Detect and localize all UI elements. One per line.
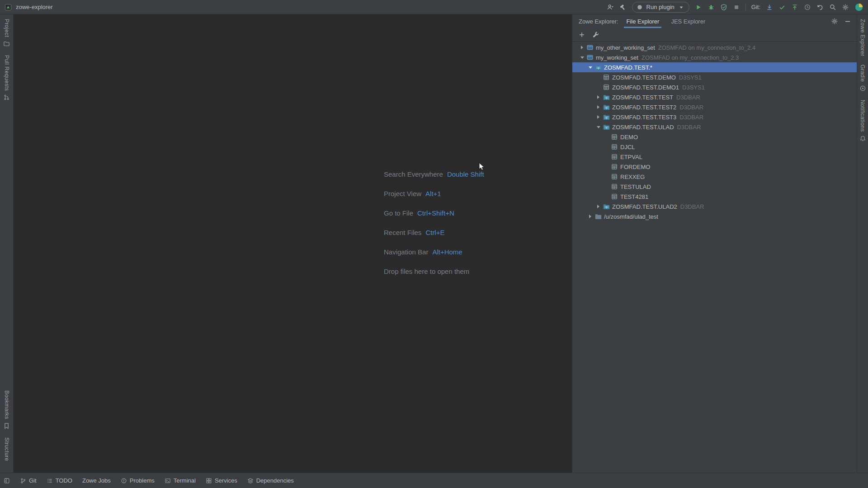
coverage-icon[interactable] — [720, 4, 727, 11]
tree-node-testulad[interactable]: TESTULAD — [572, 182, 857, 192]
tree-node-zosmfad-test-ulad2[interactable]: ZOSMFAD.TEST.ULAD2D3DBAR — [572, 202, 857, 211]
drop-files-hint-text: Drop files here to open them — [384, 267, 469, 275]
run-configuration-combo[interactable]: Run plugin — [632, 2, 689, 13]
tree-node-label: TEST4281 — [620, 193, 648, 200]
tool-stripe-zowe-explorer[interactable]: Zowe Explorer — [859, 19, 866, 56]
avatar[interactable] — [854, 3, 863, 12]
tree-node-etpval[interactable]: ETPVAL — [572, 152, 857, 162]
tree-node-label: ZOSMFAD.TEST.TEST3 — [612, 114, 676, 121]
chevron-right-icon[interactable] — [578, 44, 586, 51]
tree-node-label: my_other_working_set — [596, 44, 655, 51]
editor-shortcut-hints: Search EverywhereDouble ShiftProject Vie… — [384, 164, 484, 281]
chevron-right-icon[interactable] — [594, 203, 603, 210]
window-title: zowe-explorer — [16, 4, 53, 10]
dataset-folder-icon — [603, 103, 610, 111]
shortcut-keys: Ctrl+E — [425, 229, 444, 236]
tree-node-zosmfad-test-ulad[interactable]: ZOSMFAD.TEST.ULADD3DBAR — [572, 122, 857, 132]
tree-node-demo[interactable]: DEMO — [572, 132, 857, 142]
tree-node-suffix: D3SYS1 — [679, 74, 702, 81]
dataset-member-icon — [611, 183, 618, 190]
history-icon[interactable] — [804, 4, 811, 11]
chevron-placeholder — [602, 183, 611, 190]
tree-node-rexxeg[interactable]: REXXEG — [572, 172, 857, 182]
tree-node-zosmfad-test-demo[interactable]: ZOSMFAD.TEST.DEMOD3SYS1 — [572, 72, 857, 82]
chevron-right-icon[interactable] — [594, 94, 603, 101]
tool-stripe-pull-requests[interactable]: Pull Requests — [3, 55, 10, 101]
tree-node-test4281[interactable]: TEST4281 — [572, 192, 857, 202]
push-icon[interactable] — [791, 4, 798, 11]
tool-stripe-bookmarks[interactable]: Bookmarks — [3, 390, 10, 429]
tree-node-zosmfad-test-test3[interactable]: ZOSMFAD.TEST.TEST3D3DBAR — [572, 112, 857, 122]
chevron-down-icon[interactable] — [586, 64, 594, 71]
debug-icon[interactable] — [708, 4, 715, 11]
settings-gear-icon[interactable] — [842, 4, 849, 11]
statusbar-item-label: Dependencies — [256, 477, 294, 484]
statusbar-item-git[interactable]: Git — [20, 477, 37, 484]
statusbar-item-dependencies[interactable]: Dependencies — [247, 477, 294, 484]
stop-icon[interactable] — [733, 4, 740, 11]
explorer-toolbar — [572, 28, 857, 42]
tool-stripe-label: Gradle — [859, 65, 866, 82]
left-stripe-top-group: ProjectPull Requests — [3, 19, 10, 109]
tool-stripe-notifications[interactable]: Notifications — [859, 100, 866, 142]
tree-node-label: ETPVAL — [620, 154, 642, 160]
tool-windows-icon[interactable] — [4, 478, 10, 484]
statusbar-item-label: Terminal — [174, 477, 196, 484]
tree-node-my-working-set[interactable]: my_working_setZOSMFAD on my_connection_t… — [572, 52, 857, 62]
vcs-update-icon[interactable] — [766, 4, 773, 11]
tool-stripe-gradle[interactable]: Gradle — [859, 65, 866, 92]
chevron-down-icon[interactable] — [594, 123, 603, 131]
tool-stripe-label: Project — [4, 19, 10, 37]
chevron-placeholder — [602, 163, 611, 170]
tree-node-suffix: ZOSMFAD on my_connection_to_2.4 — [658, 44, 755, 51]
dependencies-icon — [247, 478, 254, 484]
undo-icon[interactable] — [816, 4, 824, 11]
tree-node-label: TESTULAD — [620, 183, 651, 190]
search-icon[interactable] — [829, 4, 836, 11]
hammer-icon[interactable] — [619, 4, 627, 11]
statusbar-item-label: Zowe Jobs — [82, 477, 111, 484]
right-tool-stripe: Zowe ExplorerGradleNotifications — [857, 14, 868, 473]
statusbar-item-terminal[interactable]: Terminal — [165, 477, 196, 484]
wrench-icon[interactable] — [592, 31, 599, 38]
tree-node-zosmfad-test-test[interactable]: ZOSMFAD.TEST.TESTD3DBAR — [572, 92, 857, 102]
chevron-placeholder — [594, 74, 603, 81]
tree-node-u-zosmfad-ulad-test[interactable]: /u/zosmfad/ulad_test — [572, 211, 857, 221]
tree-node-zosmfad-test[interactable]: ZOSMFAD.TEST.* — [572, 62, 857, 72]
tool-stripe-structure[interactable]: Structure — [3, 437, 10, 461]
left-stripe-bottom-group: BookmarksStructure — [3, 390, 10, 469]
tree-node-label: REXXEG — [620, 174, 645, 180]
chevron-down-icon[interactable] — [578, 54, 586, 61]
shortcut-hint-go-to-file: Go to FileCtrl+Shift+N — [384, 203, 484, 223]
tool-stripe-project[interactable]: Project — [3, 19, 10, 47]
tree-node-zosmfad-test-demo1[interactable]: ZOSMFAD.TEST.DEMO1D3SYS1 — [572, 82, 857, 92]
chevron-placeholder — [602, 143, 611, 150]
chevron-right-icon[interactable] — [594, 103, 603, 111]
chevron-right-icon[interactable] — [594, 113, 603, 121]
run-configuration-label: Run plugin — [646, 4, 675, 10]
run-icon[interactable] — [695, 4, 702, 11]
gear-icon[interactable] — [831, 18, 838, 25]
statusbar-item-todo[interactable]: TODO — [47, 477, 72, 484]
tab-file-explorer[interactable]: File Explorer — [626, 14, 659, 28]
statusbar-item-problems[interactable]: Problems — [121, 477, 155, 484]
tree-node-label: ZOSMFAD.TEST.ULAD — [612, 124, 674, 131]
tree-node-label: my_working_set — [596, 54, 638, 61]
git-label: Git: — [751, 4, 760, 10]
chevron-right-icon[interactable] — [586, 213, 594, 220]
tree-node-djcl[interactable]: DJCL — [572, 142, 857, 152]
tree-node-label: ZOSMFAD.TEST.TEST — [612, 94, 673, 101]
tree-node-zosmfad-test-test2[interactable]: ZOSMFAD.TEST.TEST2D3DBAR — [572, 102, 857, 112]
tree-node-label: ZOSMFAD.TEST.ULAD2 — [612, 203, 677, 210]
statusbar-item-services[interactable]: Services — [206, 477, 237, 484]
tree-node-fordemo[interactable]: FORDEMO — [572, 162, 857, 172]
statusbar-item-zowe-jobs[interactable]: Zowe Jobs — [82, 477, 111, 484]
user-icon[interactable] — [607, 4, 614, 11]
dataset-member-icon — [611, 173, 618, 180]
tree-node-my-other-working-set[interactable]: my_other_working_setZOSMFAD on my_connec… — [572, 42, 857, 52]
commit-check-icon[interactable] — [778, 4, 786, 11]
add-icon[interactable] — [578, 31, 585, 38]
tab-jes-explorer[interactable]: JES Explorer — [671, 14, 705, 28]
zowe-explorer-panel: Zowe Explorer: File ExplorerJES Explorer… — [572, 14, 857, 473]
minimize-icon[interactable] — [844, 18, 851, 25]
